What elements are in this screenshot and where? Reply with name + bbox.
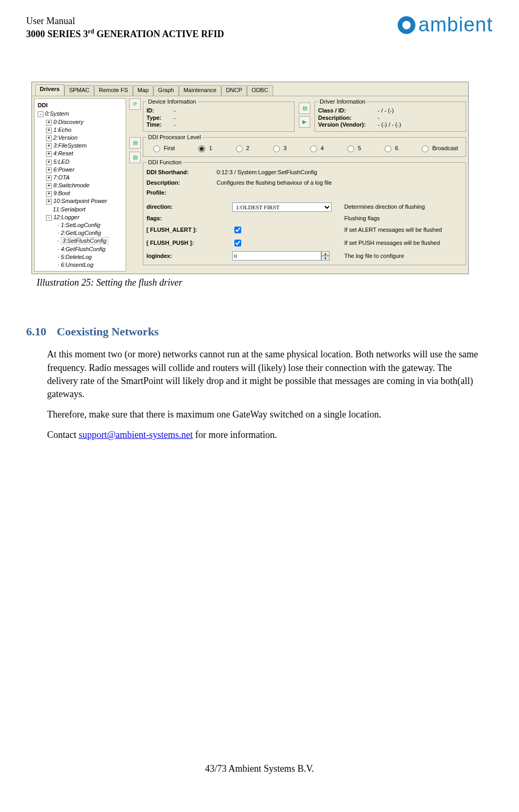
device-info-group: Device Information ID:- Type:- Time:- [143, 98, 295, 132]
tab-graph[interactable]: Graph [153, 85, 179, 96]
tab-map[interactable]: Map [133, 85, 153, 96]
support-mail-link[interactable]: support@ambient-systems.net [79, 430, 193, 440]
sidebar-title: DDI [36, 101, 125, 110]
proc-level-4[interactable]: 4 [308, 144, 324, 152]
tree-node[interactable]: +10:Smartpoint Power [46, 197, 125, 205]
sheet2-icon[interactable]: ▤ [129, 152, 141, 163]
processor-level-group: DDI Processor Level First123456Broadcast [143, 134, 466, 157]
tab-dncp[interactable]: DNCP [221, 85, 247, 96]
proc-level-6[interactable]: 6 [382, 144, 398, 152]
logo-text: ambient [419, 14, 493, 36]
brand-logo: ambient [398, 14, 493, 36]
proc-level-2[interactable]: 2 [233, 144, 250, 152]
tree-node[interactable]: +2:Version [46, 134, 125, 142]
proc-level-5[interactable]: 5 [345, 144, 361, 152]
func-help: The log file to configure [344, 253, 462, 260]
driver-info-group: Driver Information Class / ID:- / - (-) … [314, 98, 466, 132]
func-help: Determines direction of flushing [344, 204, 462, 210]
tree-node[interactable]: +5:LED [46, 158, 125, 166]
section-body: At this moment two (or more) networks ca… [47, 348, 482, 442]
tree-node[interactable]: +9:Boot [46, 189, 125, 197]
func-label: logindex: [146, 253, 225, 260]
doc-icon[interactable]: ▤ [299, 103, 310, 114]
tree-leaf[interactable]: 3:SetFlushConfig [58, 237, 125, 245]
tree-node[interactable]: +4:Reset [46, 150, 125, 157]
figure-caption: Illustration 25: Setting the flush drive… [37, 277, 493, 288]
page-header: User Manual 3000 SERIES 3rd GENERATION A… [26, 16, 493, 40]
tab-maintenance[interactable]: Maintenance [179, 85, 221, 96]
func-control[interactable] [232, 225, 337, 235]
page-footer: 43/73 Ambient Systems B.V. [0, 763, 519, 774]
app-window: DriversSPMACRemote FSMapGraphMaintenance… [31, 82, 469, 274]
tree-node[interactable]: +8:Switchmode [46, 182, 125, 189]
section-p3: Contact support@ambient-systems.net for … [47, 428, 482, 442]
tree-leaf[interactable]: 4:GetFlushConfig [58, 245, 125, 253]
func-control[interactable]: ▲▼ [232, 251, 337, 261]
tree-node[interactable]: -12:Logger [46, 213, 125, 221]
refresh-icon[interactable]: ⟳ [129, 98, 141, 110]
tree-node[interactable]: 11:Serialport [46, 206, 125, 213]
tree-node[interactable]: +1:Echo [46, 126, 125, 134]
func-control[interactable]: 1:OLDEST FIRST [232, 202, 337, 212]
processor-level-radios[interactable]: First123456Broadcast [146, 143, 462, 153]
tab-remote-fs[interactable]: Remote FS [94, 85, 133, 96]
tree-node[interactable]: +0:Discovery [46, 118, 125, 126]
doc-title-line1: User Manual [26, 16, 224, 27]
logo-icon [398, 16, 415, 34]
tree-leaf[interactable]: 6:UnsentLog [58, 261, 125, 269]
figure-app-screenshot: DriversSPMACRemote FSMapGraphMaintenance… [31, 82, 493, 288]
func-help: Flushing flags [344, 215, 462, 222]
ddi-sidebar: DDI -0:System+0:Discovery+1:Echo+2:Versi… [34, 98, 126, 272]
section-p2: Therefore, make sure that there is maxim… [47, 408, 482, 421]
ddi-tree[interactable]: -0:System+0:Discovery+1:Echo+2:Version+3… [36, 110, 125, 269]
tab-odbc[interactable]: ODBC [247, 85, 273, 96]
func-label: [ FLUSH_PUSH ]: [146, 240, 225, 246]
tree-leaf[interactable]: 1:SetLogConfig [58, 221, 125, 229]
tree-node[interactable]: +6:Power [46, 166, 125, 174]
proc-level-first[interactable]: First [151, 144, 175, 152]
tree-leaf[interactable]: 2:GetLogConfig [58, 229, 125, 237]
ddi-function-group: DDI Function DDI Shorthand:0:12:3 / Syst… [143, 159, 466, 265]
tree-node[interactable]: +3:FileSystem [46, 142, 125, 150]
proc-level-3[interactable]: 3 [270, 144, 287, 152]
tree-root[interactable]: -0:System [38, 110, 125, 118]
func-label: [ FLUSH_ALERT ]: [146, 227, 225, 233]
tab-spmac[interactable]: SPMAC [64, 85, 94, 96]
tree-leaf[interactable]: 5:DeleteLog [58, 253, 125, 261]
sheet-icon[interactable]: ▤ [129, 137, 141, 149]
section-heading: 6.10Coexisting Networks [26, 325, 493, 339]
func-help: If set ALERT messages will be flushed [344, 227, 462, 233]
proc-level-1[interactable]: 1 [196, 144, 212, 152]
vertical-toolbar-left: ⟳ ▤ ▤ [128, 96, 143, 274]
tab-drivers[interactable]: Drivers [35, 84, 64, 96]
func-help: If set PUSH messages will be flushed [344, 240, 462, 246]
section-p1: At this moment two (or more) networks ca… [47, 348, 482, 401]
play-icon[interactable]: ▶ [299, 116, 310, 128]
tree-node[interactable]: +7:OTA [46, 174, 125, 182]
func-label: flags: [146, 215, 225, 222]
proc-level-broadcast[interactable]: Broadcast [419, 144, 458, 152]
func-label: direction: [146, 204, 225, 210]
app-tabs: DriversSPMACRemote FSMapGraphMaintenance… [32, 82, 468, 96]
func-control[interactable] [232, 238, 337, 248]
doc-title-line2: 3000 SERIES 3rd GENERATION ACTIVE RFID [26, 28, 224, 40]
